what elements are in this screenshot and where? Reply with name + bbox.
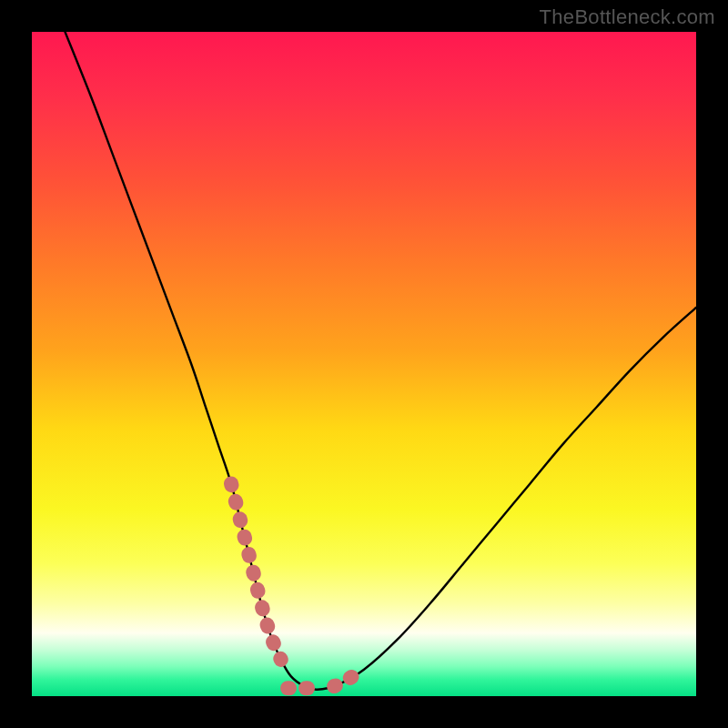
watermark-text: TheBottleneck.com — [540, 5, 715, 29]
highlight-markers — [231, 483, 364, 688]
chart-stage: TheBottleneck.com — [0, 0, 728, 728]
bottleneck-curve — [66, 32, 697, 690]
plot-area — [32, 32, 696, 696]
curve-layer — [32, 32, 696, 696]
